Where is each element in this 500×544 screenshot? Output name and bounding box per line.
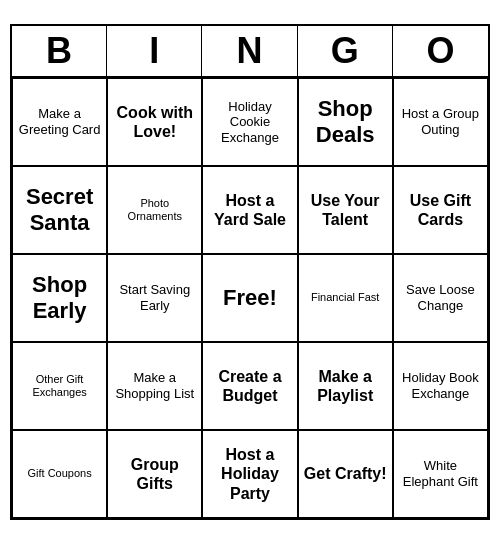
bingo-cell-1: Cook with Love!: [107, 78, 202, 166]
bingo-cell-21: Group Gifts: [107, 430, 202, 518]
bingo-cell-22: Host a Holiday Party: [202, 430, 297, 518]
bingo-cell-9: Use Gift Cards: [393, 166, 488, 254]
bingo-cell-23: Get Crafty!: [298, 430, 393, 518]
bingo-letter-o: O: [393, 26, 488, 76]
bingo-cell-20: Gift Coupons: [12, 430, 107, 518]
bingo-cell-3: Shop Deals: [298, 78, 393, 166]
bingo-cell-4: Host a Group Outing: [393, 78, 488, 166]
bingo-cell-16: Make a Shopping List: [107, 342, 202, 430]
bingo-cell-2: Holiday Cookie Exchange: [202, 78, 297, 166]
bingo-cell-11: Start Saving Early: [107, 254, 202, 342]
bingo-cell-12: Free!: [202, 254, 297, 342]
bingo-cell-17: Create a Budget: [202, 342, 297, 430]
bingo-letter-g: G: [298, 26, 393, 76]
bingo-cell-14: Save Loose Change: [393, 254, 488, 342]
bingo-cell-19: Holiday Book Exchange: [393, 342, 488, 430]
bingo-cell-6: Photo Ornaments: [107, 166, 202, 254]
bingo-letter-i: I: [107, 26, 202, 76]
bingo-letter-n: N: [202, 26, 297, 76]
bingo-cell-18: Make a Playlist: [298, 342, 393, 430]
bingo-cell-15: Other Gift Exchanges: [12, 342, 107, 430]
bingo-cell-5: Secret Santa: [12, 166, 107, 254]
bingo-card: BINGO Make a Greeting CardCook with Love…: [10, 24, 490, 520]
bingo-cell-24: White Elephant Gift: [393, 430, 488, 518]
bingo-cell-10: Shop Early: [12, 254, 107, 342]
bingo-cell-8: Use Your Talent: [298, 166, 393, 254]
bingo-grid: Make a Greeting CardCook with Love!Holid…: [12, 78, 488, 518]
bingo-cell-13: Financial Fast: [298, 254, 393, 342]
bingo-cell-0: Make a Greeting Card: [12, 78, 107, 166]
bingo-letter-b: B: [12, 26, 107, 76]
bingo-cell-7: Host a Yard Sale: [202, 166, 297, 254]
bingo-header: BINGO: [12, 26, 488, 78]
